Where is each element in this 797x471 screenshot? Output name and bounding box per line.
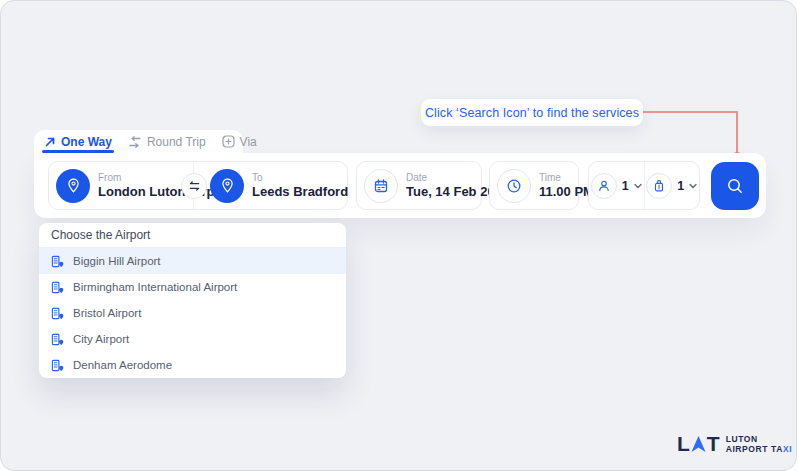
airport-option[interactable]: Birmingham International Airport — [39, 274, 346, 300]
tooltip-text: Click ‘Search Icon’ to find the services — [425, 106, 639, 120]
calendar-icon — [364, 169, 398, 203]
luggage-count: 1 — [677, 179, 684, 193]
tab-one-way[interactable]: One Way — [44, 130, 112, 153]
luggage-stepper[interactable]: 1 — [645, 162, 700, 209]
location-pin-icon — [210, 169, 244, 203]
date-field[interactable]: Date Tue, 14 Feb 2023 — [356, 161, 482, 210]
tab-via[interactable]: Via — [222, 130, 257, 153]
logo-letter-l: L — [677, 434, 689, 454]
luggage-icon — [646, 173, 672, 199]
airport-option-label: City Airport — [73, 333, 129, 345]
airport-option-label: Denham Aerodome — [73, 359, 172, 371]
logo-letter-t: T — [707, 434, 719, 454]
route-divider — [193, 162, 194, 209]
logo-letters: L T — [677, 434, 719, 454]
tab-label: One Way — [61, 135, 112, 149]
to-value: Leeds Bradford — [252, 184, 341, 199]
search-button[interactable] — [711, 162, 759, 210]
date-value: Tue, 14 Feb 2023 — [406, 184, 475, 199]
airport-option-label: Biggin Hill Airport — [73, 255, 161, 267]
swap-arrows-icon — [128, 136, 142, 148]
time-value: 11.00 PM — [539, 184, 572, 199]
tooltip-search-hint: Click ‘Search Icon’ to find the services — [421, 99, 643, 126]
time-label: Time — [539, 172, 572, 183]
time-field[interactable]: Time 11.00 PM — [489, 161, 579, 210]
app-frame: Click ‘Search Icon’ to find the services… — [0, 0, 797, 471]
airport-building-icon — [51, 307, 64, 320]
arrow-up-right-icon — [44, 136, 56, 148]
booking-form-card: From London Luton Airport — [34, 153, 766, 218]
from-field[interactable]: From London Luton Airport — [49, 169, 193, 203]
airport-option[interactable]: Biggin Hill Airport — [39, 248, 346, 274]
brand-logo: L T LUTON AIRPORT TAXI — [677, 434, 792, 454]
trip-type-tabs: One Way Round Trip Via — [34, 130, 243, 153]
passenger-stepper[interactable]: 1 — [589, 162, 645, 209]
logo-line1: LUTON — [726, 434, 793, 444]
swap-route-button[interactable] — [181, 173, 207, 199]
logo-line2-blue: XI — [783, 444, 792, 454]
airport-option[interactable]: Bristol Airport — [39, 300, 346, 326]
plus-icon — [222, 135, 235, 148]
clock-icon — [497, 169, 531, 203]
chevron-down-icon — [689, 183, 697, 189]
airport-building-icon — [51, 255, 64, 268]
airport-option-label: Bristol Airport — [73, 307, 141, 319]
passenger-count: 1 — [622, 179, 629, 193]
airport-option[interactable]: City Airport — [39, 326, 346, 352]
tab-label: Round Trip — [147, 135, 206, 149]
search-icon — [725, 176, 745, 196]
airport-option[interactable]: Denham Aerodome — [39, 352, 346, 378]
swap-icon — [188, 180, 201, 192]
date-label: Date — [406, 172, 475, 183]
dropdown-header: Choose the Airport — [39, 223, 346, 248]
logo-text: LUTON AIRPORT TAXI — [726, 434, 793, 454]
airport-building-icon — [51, 333, 64, 346]
connector-line-horizontal — [643, 111, 738, 113]
connector-line-vertical — [736, 111, 738, 153]
tab-label: Via — [240, 135, 257, 149]
logo-arrow-icon — [691, 436, 706, 453]
to-field[interactable]: To Leeds Bradford — [194, 169, 347, 203]
airport-dropdown: Choose the Airport Biggin Hill Airport B… — [39, 223, 346, 378]
passenger-icon — [591, 173, 617, 199]
location-pin-icon — [56, 169, 90, 203]
airport-building-icon — [51, 359, 64, 372]
airport-building-icon — [51, 281, 64, 294]
chevron-down-icon — [634, 183, 642, 189]
logo-line2: AIRPORT TAXI — [726, 444, 793, 454]
from-label: From — [98, 172, 187, 183]
dropdown-header-label: Choose the Airport — [51, 228, 150, 242]
counter-field-group: 1 1 — [588, 161, 700, 210]
tab-round-trip[interactable]: Round Trip — [128, 130, 206, 153]
logo-line2-dark: AIRPORT TA — [726, 444, 783, 454]
from-value: London Luton Airport — [98, 184, 187, 199]
to-label: To — [252, 172, 341, 183]
route-field-group: From London Luton Airport — [48, 161, 348, 210]
airport-option-label: Birmingham International Airport — [73, 281, 237, 293]
